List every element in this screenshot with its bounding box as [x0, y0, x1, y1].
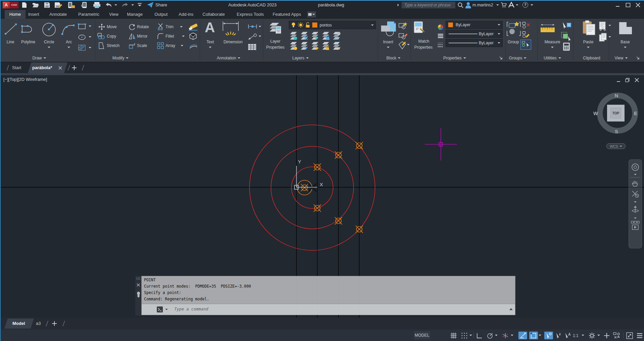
model-tab-label[interactable]: Model [12, 318, 25, 330]
viewport-restore-icon[interactable] [625, 78, 630, 82]
trim-tool-icon[interactable] [157, 23, 164, 30]
tab-output[interactable]: Output [154, 10, 168, 19]
search-expand-icon[interactable] [398, 4, 399, 6]
plot-button[interactable] [93, 2, 101, 8]
new-tab-icon[interactable] [72, 65, 77, 70]
dimension-tool-label[interactable]: Dimension [224, 40, 243, 44]
undo-button[interactable] [105, 2, 112, 8]
text-dropdown[interactable] [209, 47, 212, 48]
move-tool-label[interactable]: Move [107, 25, 117, 29]
orbit-icon[interactable] [631, 205, 639, 215]
circle-dropdown[interactable] [48, 47, 50, 48]
viewport-close-icon[interactable] [635, 78, 639, 82]
linear-dimension-icon[interactable] [248, 24, 257, 29]
copy-tool-label[interactable]: Copy [107, 34, 116, 39]
ungroup-icon[interactable] [522, 21, 531, 30]
trim-dropdown[interactable] [180, 26, 183, 28]
linetype-dropdown[interactable]: ByLayer [446, 30, 503, 38]
workspace-dropdown[interactable] [597, 335, 600, 336]
tab-manage[interactable]: Manage [127, 10, 143, 19]
undo-dropdown[interactable] [114, 4, 117, 6]
qat-customize-button[interactable] [137, 3, 142, 7]
insert-block-label[interactable]: Insert [383, 40, 393, 44]
polyline-tool-icon[interactable] [20, 22, 36, 36]
group-selection-icon[interactable] [522, 41, 530, 48]
create-block-icon[interactable] [398, 21, 408, 30]
draw-panel-label[interactable]: Draw [32, 55, 46, 61]
save-to-web-button[interactable] [81, 2, 88, 8]
otrack-toggle[interactable] [518, 332, 527, 339]
layer-dropdown-arrow[interactable] [371, 25, 374, 26]
hatch-dropdown[interactable] [89, 47, 91, 48]
annotation-visibility-toggle[interactable] [544, 332, 553, 339]
trim-tool-label[interactable]: Trim [166, 25, 174, 29]
leader-icon[interactable] [248, 34, 257, 40]
tab-featured-apps[interactable]: Featured Apps [273, 10, 301, 19]
cart-icon[interactable] [501, 2, 507, 8]
showmotion-icon[interactable] [631, 221, 640, 233]
copy-clip-dropdown[interactable] [608, 36, 611, 38]
insert-block-icon[interactable] [380, 21, 397, 37]
share-icon[interactable] [147, 2, 154, 8]
user-dropdown[interactable] [496, 4, 499, 6]
cut-dropdown[interactable] [608, 25, 611, 26]
command-input[interactable]: Type a command [174, 307, 208, 311]
groups-panel-label[interactable]: Groups [509, 55, 526, 61]
username[interactable]: m.martins2 [472, 0, 493, 10]
properties-panel-launcher[interactable] [499, 56, 503, 60]
search-icon[interactable] [457, 2, 463, 8]
tab-parametric[interactable]: Parametric [78, 10, 99, 19]
pan-icon[interactable] [632, 180, 639, 187]
wcs-badge[interactable]: WCS [606, 143, 626, 149]
mirror-tool-label[interactable]: Mirror [137, 34, 147, 39]
base-dropdown[interactable] [624, 47, 627, 48]
tab-collaborate[interactable]: Collaborate [202, 10, 225, 19]
arc-tool-label[interactable]: Arc [66, 40, 72, 44]
base-view-icon[interactable] [618, 21, 633, 35]
annotation-scale-value[interactable]: 1:1 [573, 333, 579, 338]
save-button[interactable] [44, 2, 50, 8]
autodesk-dropdown[interactable] [516, 4, 518, 6]
fillet-tool-icon[interactable] [157, 33, 164, 40]
array-tool-label[interactable]: Array [166, 43, 175, 48]
explode-tool-icon[interactable] [189, 32, 197, 40]
maximize-button[interactable] [626, 3, 631, 7]
select-similar-icon[interactable] [561, 32, 571, 41]
command-input-row[interactable]: Type a command [141, 304, 515, 315]
measure-dropdown[interactable] [551, 47, 554, 48]
paste-tool-icon[interactable] [582, 20, 596, 37]
paste-dropdown[interactable] [587, 47, 590, 48]
layer-make-current-icon[interactable] [332, 32, 341, 40]
layer-on-icon[interactable] [291, 22, 296, 28]
scale-tool-label[interactable]: Scale [137, 43, 147, 48]
ortho-toggle[interactable] [475, 332, 484, 339]
share-label[interactable]: Share [155, 0, 167, 10]
file-tab-active-label[interactable]: parábola* [32, 62, 52, 73]
annotation-panel-label[interactable]: Annotation [217, 55, 240, 61]
polar-dropdown[interactable] [495, 335, 498, 336]
mirror-tool-icon[interactable] [129, 33, 136, 40]
properties-panel-label[interactable]: Properties [443, 55, 466, 61]
layer-thaw-icon[interactable] [298, 22, 304, 28]
measure-tool-icon[interactable] [540, 23, 555, 34]
rectangle-tool-icon[interactable] [78, 23, 86, 30]
layer-properties-icon[interactable] [268, 21, 282, 37]
snap-dropdown[interactable] [469, 335, 472, 336]
lineweight-dropdown[interactable]: ByLayer [446, 39, 503, 47]
base-view-label[interactable]: Base [620, 40, 630, 44]
rotate-tool-icon[interactable] [129, 23, 135, 30]
layer-unlock-tool-icon[interactable] [322, 42, 330, 50]
ellipse-dropdown[interactable] [89, 36, 91, 38]
osnap-dropdown[interactable] [539, 335, 541, 336]
layer-lock-icon[interactable] [322, 32, 330, 40]
clean-screen-icon[interactable] [625, 332, 634, 339]
attributes-dropdown[interactable] [407, 44, 410, 45]
user-icon[interactable] [465, 2, 471, 8]
layer-isolate-icon[interactable] [289, 32, 297, 40]
group-tool-icon[interactable] [506, 21, 521, 37]
tab-insert[interactable]: Insert [28, 10, 39, 19]
autocad-logo[interactable]: A [3, 2, 10, 8]
edit-block-icon[interactable] [398, 32, 408, 40]
offset-tool-icon[interactable] [189, 42, 198, 48]
minimize-button[interactable] [615, 3, 620, 7]
